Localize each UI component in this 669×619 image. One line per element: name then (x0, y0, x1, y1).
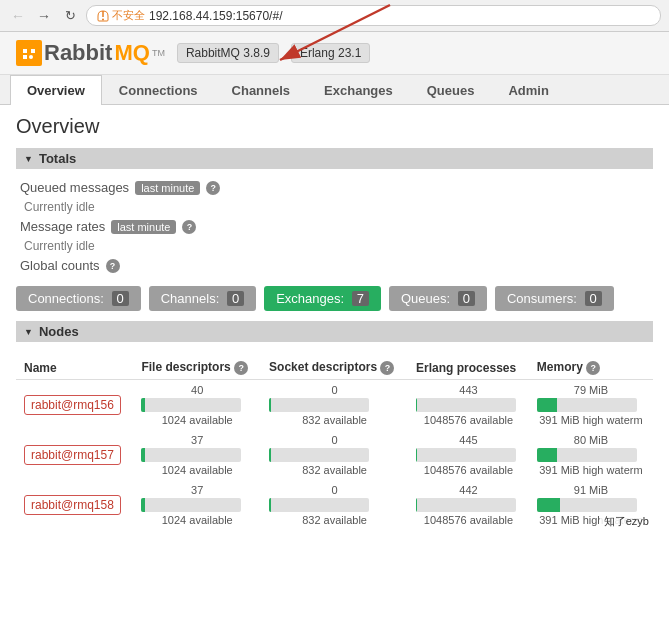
metric-cell: 0832 available (261, 480, 408, 530)
svg-point-0 (102, 18, 104, 20)
url-bar[interactable]: 不安全 192.168.44.159:15670/#/ (86, 5, 661, 26)
metric-cell: 371024 available (133, 430, 261, 480)
rmq-logo: Rabbit MQ TM (16, 40, 165, 66)
node-name-cell-2: rabbit@rmq158 (16, 480, 133, 530)
back-button[interactable]: ← (8, 6, 28, 26)
nodes-label: Nodes (39, 324, 79, 339)
node-name-link-2[interactable]: rabbit@rmq158 (24, 495, 121, 515)
tab-queues[interactable]: Queues (410, 75, 492, 105)
queued-messages-label: Queued messages (20, 180, 129, 195)
table-row: rabbit@rmq158371024 available0832 availa… (16, 480, 653, 530)
nav-tabs: Overview Connections Channels Exchanges … (0, 75, 669, 105)
message-rates-label: Message rates (20, 219, 105, 234)
message-rates-badge[interactable]: last minute (111, 220, 176, 234)
table-row: rabbit@rmq156401024 available0832 availa… (16, 380, 653, 431)
node-name-cell-0: rabbit@rmq156 (16, 380, 133, 431)
rmq-header: Rabbit MQ TM RabbitMQ 3.8.9 Erlang 23.1 (0, 32, 669, 75)
message-rates-help-icon[interactable]: ? (182, 220, 196, 234)
global-counts-label: Global counts (20, 258, 100, 273)
table-row: rabbit@rmq157371024 available0832 availa… (16, 430, 653, 480)
metric-cell: 80 MiB391 MiB high waterm (529, 430, 653, 480)
metric-cell: 79 MiB391 MiB high waterm (529, 380, 653, 431)
browser-bar: ← → ↻ 不安全 192.168.44.159:15670/#/ (0, 0, 669, 32)
watermark: 知了ezyb (600, 513, 653, 530)
metric-cell: 371024 available (133, 480, 261, 530)
nodes-table: Name File descriptors ? Socket descripto… (16, 356, 653, 530)
col-socket-desc: Socket descriptors ? (261, 356, 408, 380)
metric-cell: 4421048576 available (408, 480, 529, 530)
page-title: Overview (16, 115, 653, 138)
security-label: 不安全 (112, 8, 145, 23)
count-btn-queues[interactable]: Queues: 0 (389, 286, 487, 311)
nodes-table-header-row: Name File descriptors ? Socket descripto… (16, 356, 653, 380)
tab-channels[interactable]: Channels (215, 75, 308, 105)
count-btn-channels[interactable]: Channels: 0 (149, 286, 256, 311)
url-text: 192.168.44.159:15670/#/ (149, 9, 282, 23)
nodes-triangle: ▼ (24, 327, 33, 337)
security-indicator: 不安全 (97, 8, 145, 23)
svg-rect-3 (20, 44, 38, 62)
queued-messages-row: Queued messages last minute ? (20, 177, 653, 198)
totals-triangle: ▼ (24, 154, 33, 164)
svg-rect-5 (23, 55, 27, 59)
forward-button[interactable]: → (34, 6, 54, 26)
tab-exchanges[interactable]: Exchanges (307, 75, 410, 105)
node-name-cell-1: rabbit@rmq157 (16, 430, 133, 480)
currently-idle-1: Currently idle (20, 198, 653, 216)
memory-help-icon[interactable]: ? (586, 361, 600, 375)
rmq-version-badge: RabbitMQ 3.8.9 (177, 43, 279, 63)
rmq-logo-mq: MQ (114, 40, 149, 66)
col-erlang-proc: Erlang processes (408, 356, 529, 380)
metric-cell: 401024 available (133, 380, 261, 431)
count-btn-consumers[interactable]: Consumers: 0 (495, 286, 614, 311)
rmq-logo-rabbit: Rabbit (44, 40, 112, 66)
message-rates-row: Message rates last minute ? (20, 216, 653, 237)
metric-cell: 4451048576 available (408, 430, 529, 480)
page-content: Overview ▼ Totals Queued messages last m… (0, 105, 669, 540)
file-desc-help-icon[interactable]: ? (234, 361, 248, 375)
nodes-section-header[interactable]: ▼ Nodes (16, 321, 653, 342)
refresh-button[interactable]: ↻ (60, 6, 80, 26)
rmq-logo-icon (16, 40, 42, 66)
erlang-version-badge: Erlang 23.1 (291, 43, 370, 63)
tab-admin[interactable]: Admin (491, 75, 565, 105)
tab-overview[interactable]: Overview (10, 75, 102, 105)
svg-rect-4 (23, 49, 27, 53)
global-counts-row: Global counts ? (20, 255, 653, 276)
count-btn-connections[interactable]: Connections: 0 (16, 286, 141, 311)
queued-badge[interactable]: last minute (135, 181, 200, 195)
count-buttons: Connections: 0Channels: 0Exchanges: 7Que… (16, 286, 653, 311)
currently-idle-2: Currently idle (20, 237, 653, 255)
metric-cell: 0832 available (261, 430, 408, 480)
col-file-desc: File descriptors ? (133, 356, 261, 380)
tab-connections[interactable]: Connections (102, 75, 215, 105)
totals-label: Totals (39, 151, 76, 166)
svg-point-7 (29, 55, 33, 59)
node-name-link-0[interactable]: rabbit@rmq156 (24, 395, 121, 415)
rmq-logo-tm: TM (152, 48, 165, 58)
col-memory: Memory ? (529, 356, 653, 380)
metric-cell: 0832 available (261, 380, 408, 431)
node-name-link-1[interactable]: rabbit@rmq157 (24, 445, 121, 465)
socket-desc-help-icon[interactable]: ? (380, 361, 394, 375)
metric-cell: 4431048576 available (408, 380, 529, 431)
totals-section-header[interactable]: ▼ Totals (16, 148, 653, 169)
queued-help-icon[interactable]: ? (206, 181, 220, 195)
count-btn-exchanges[interactable]: Exchanges: 7 (264, 286, 381, 311)
svg-rect-6 (31, 49, 35, 53)
global-counts-help-icon[interactable]: ? (106, 259, 120, 273)
col-name: Name (16, 356, 133, 380)
